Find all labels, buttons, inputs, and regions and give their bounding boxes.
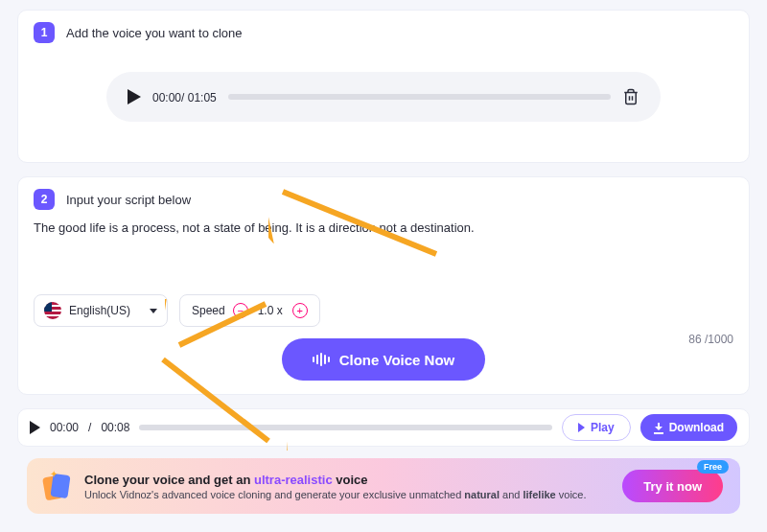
step1-badge: 1 [34,22,55,43]
step1-title: Add the voice you want to clone [66,26,243,40]
download-icon [654,423,663,432]
waveform-icon [313,353,330,366]
language-select[interactable]: English(US) [34,294,168,327]
play-triangle-icon [578,423,585,432]
clone-button-label: Clone Voice Now [339,352,455,368]
play-icon[interactable] [128,89,141,104]
audio-time: 00:00/ 01:05 [152,88,217,105]
download-button[interactable]: Download [640,414,737,441]
clone-row: Clone Voice Now [34,338,733,381]
speed-plus-button[interactable]: + [292,303,308,318]
try-it-now-button[interactable]: Try it now [622,470,723,502]
try-wrap: Free Try it now [622,470,723,502]
result-play-icon[interactable] [30,421,40,434]
play-button[interactable]: Play [562,414,631,441]
step2-header: 2 Input your script below [34,189,733,210]
result-audio-bar: 00:00 / 00:08 Play Download [17,408,750,447]
clone-voice-button[interactable]: Clone Voice Now [282,338,486,381]
step1-header: 1 Add the voice you want to clone [34,22,733,43]
result-time-total: 00:08 [101,421,129,434]
play-button-label: Play [591,421,615,434]
source-audio-player: 00:00/ 01:05 [106,72,661,122]
controls-row: English(US) Speed − 1.0 x + [34,294,733,327]
audio-progress-track[interactable] [228,94,611,100]
download-button-label: Download [669,421,724,434]
trash-icon[interactable] [622,88,639,105]
speed-value: 1.0 x [256,304,285,317]
step2-title: Input your script below [66,193,191,207]
step2-badge: 2 [34,189,55,210]
char-count: 86 /1000 [688,333,733,346]
promo-title: Clone your voice and get an ultra-realis… [84,473,609,487]
speed-minus-button[interactable]: − [233,303,248,318]
promo-cards-icon: ✦ [44,473,71,499]
step2-card: 2 Input your script below The good life … [17,176,750,395]
chevron-down-icon [150,309,157,313]
promo-text: Clone your voice and get an ultra-realis… [84,473,609,500]
promo-subtitle: Unlock Vidnoz's advanced voice cloning a… [84,489,609,500]
speed-control: Speed − 1.0 x + [179,294,320,327]
language-label: English(US) [69,304,142,317]
promo-banner: ✦ Clone your voice and get an ultra-real… [27,458,740,514]
step1-card: 1 Add the voice you want to clone 00:00/… [17,10,750,163]
speed-label: Speed [192,304,225,317]
script-textarea[interactable]: The good life is a process, not a state … [34,220,733,237]
free-badge: Free [697,460,729,474]
result-time-current: 00:00 [50,421,79,434]
us-flag-icon [44,302,61,319]
result-time-sep: / [88,421,91,434]
result-progress-track[interactable] [139,425,552,430]
